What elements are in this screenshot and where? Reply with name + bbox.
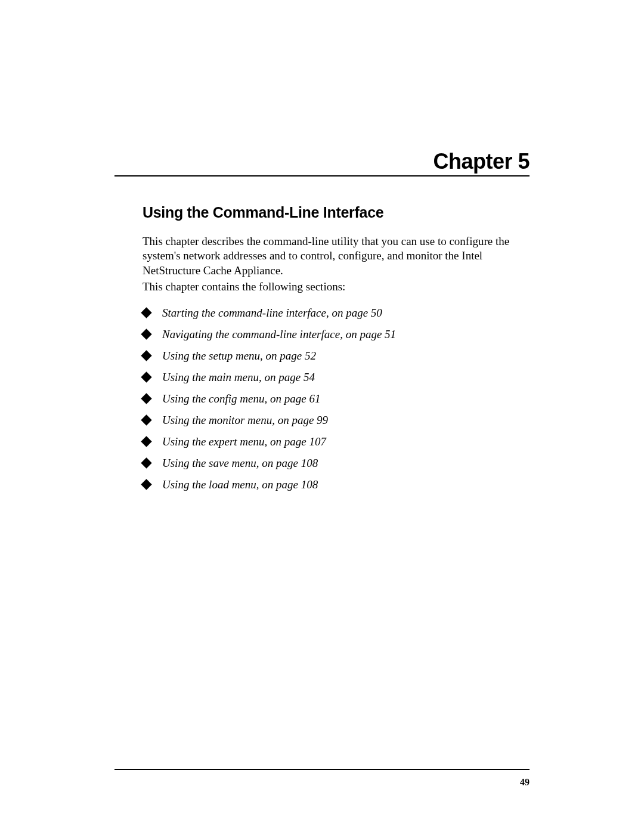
list-item: Using the config menu, on page 61 <box>143 392 525 405</box>
list-item: Using the main menu, on page 54 <box>143 371 525 384</box>
sections-intro-text: This chapter contains the following sect… <box>143 280 345 293</box>
list-item-text: Using the main menu, on page 54 <box>162 371 315 384</box>
list-item: Using the monitor menu, on page 99 <box>143 414 525 427</box>
diamond-bullet-icon <box>141 371 151 382</box>
diamond-bullet-icon <box>141 329 151 339</box>
chapter-label: Chapter 5 <box>433 149 530 174</box>
list-item-text: Navigating the command-line interface, o… <box>162 328 396 341</box>
diamond-bullet-icon <box>141 457 151 468</box>
list-item-text: Using the config menu, on page 61 <box>162 392 320 405</box>
list-item-text: Starting the command-line interface, on … <box>162 306 382 320</box>
list-item: Using the setup menu, on page 52 <box>143 349 525 363</box>
diamond-bullet-icon <box>141 414 151 425</box>
diamond-bullet-icon <box>141 307 151 318</box>
list-item: Starting the command-line interface, on … <box>143 306 525 320</box>
list-item-text: Using the monitor menu, on page 99 <box>162 414 328 427</box>
diamond-bullet-icon <box>141 350 151 361</box>
page-number: 49 <box>520 777 530 788</box>
chapter-header: Chapter 5 <box>433 149 530 174</box>
bullet-list: Starting the command-line interface, on … <box>143 298 525 491</box>
diamond-bullet-icon <box>141 393 151 404</box>
intro-paragraph: This chapter describes the command-line … <box>143 234 525 278</box>
list-item: Navigating the command-line interface, o… <box>143 328 525 341</box>
diamond-bullet-icon <box>141 436 151 447</box>
list-item: Using the load menu, on page 108 <box>143 478 525 491</box>
list-item-text: Using the expert menu, on page 107 <box>162 435 326 448</box>
list-item: Using the expert menu, on page 107 <box>143 435 525 448</box>
diamond-bullet-icon <box>141 479 151 490</box>
list-item-text: Using the load menu, on page 108 <box>162 478 318 491</box>
list-item-text: Using the setup menu, on page 52 <box>162 349 316 363</box>
list-item-text: Using the save menu, on page 108 <box>162 457 318 470</box>
divider-line <box>114 175 530 176</box>
section-title: Using the Command-Line Interface <box>143 204 383 221</box>
footer-divider <box>114 769 530 770</box>
document-page: Chapter 5 Using the Command-Line Interfa… <box>0 0 644 833</box>
list-item: Using the save menu, on page 108 <box>143 457 525 470</box>
